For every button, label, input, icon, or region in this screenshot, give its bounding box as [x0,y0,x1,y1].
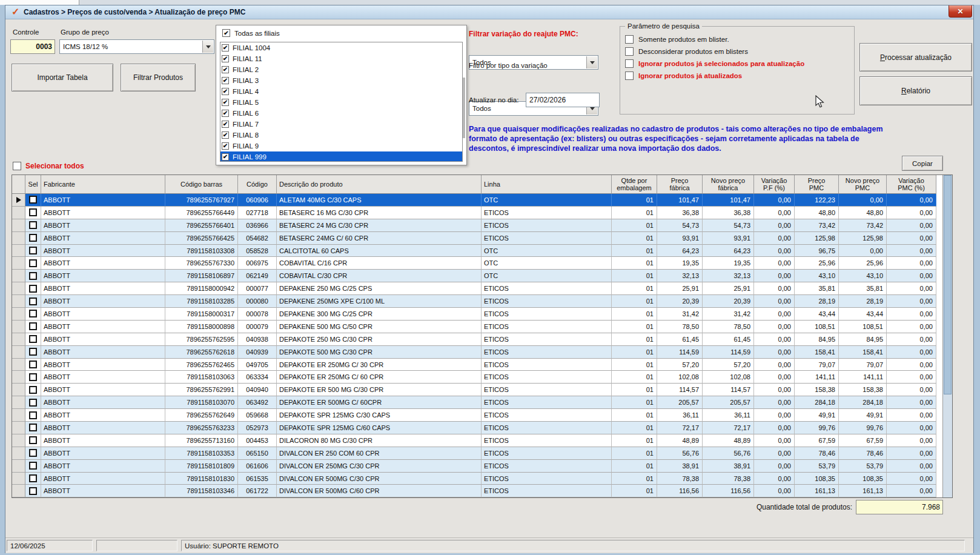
filial-item[interactable]: FILIAL 1004 [220,42,462,53]
row-select-checkbox[interactable] [29,361,37,368]
row-select-checkbox[interactable] [29,411,37,419]
title-bar[interactable]: ✓ Cadastros > Preços de custo/venda > At… [5,5,973,19]
table-row[interactable]: ABBOTT7891158000317000078DEPAKENE 300 MG… [12,308,942,321]
table-row[interactable]: ABBOTT7891158101809061606DIVALCON ER 250… [12,460,942,473]
table-row[interactable]: ABBOTT7896255762618040939DEPAKOTE 500 MG… [12,346,942,359]
row-select-checkbox[interactable] [29,272,37,280]
chevron-down-icon[interactable] [586,56,597,68]
row-select-checkbox[interactable] [29,487,37,495]
row-select-checkbox[interactable] [29,449,37,457]
row-select-cell[interactable] [25,232,41,245]
row-select-checkbox[interactable] [29,208,37,216]
row-select-cell[interactable] [25,422,41,434]
row-select-checkbox[interactable] [29,259,37,267]
grid-vertical-scrollbar[interactable] [942,175,952,497]
row-select-checkbox[interactable] [29,424,37,431]
row-select-checkbox[interactable] [29,310,37,317]
row-select-checkbox[interactable] [29,373,37,381]
filial-item[interactable]: FILIAL 2 [220,64,462,75]
table-row[interactable]: ABBOTT7896255762649059668DEPAKOTE SPR 12… [12,409,942,422]
col-header-novo-preco-pmc[interactable]: Novo preço PMC [839,175,887,194]
row-select-checkbox[interactable] [29,474,37,482]
col-header-linha[interactable]: Linha [482,175,612,194]
table-row[interactable]: ABBOTT7891158106897062149COBAVITAL C/30 … [12,270,942,282]
table-row[interactable]: ABBOTT7896255766401036966BETASERC 24 MG … [12,219,942,232]
row-select-checkbox[interactable] [29,247,37,254]
filiais-scrollbar[interactable] [463,78,465,138]
filial-item[interactable]: FILIAL 3 [220,75,462,86]
row-select-cell[interactable] [25,409,41,422]
filial-checkbox[interactable] [222,131,229,139]
row-select-cell[interactable] [25,346,41,359]
row-select-checkbox[interactable] [29,234,37,242]
table-row[interactable]: ABBOTT7896255767927060906ALETAM 40MG C/3… [12,194,942,207]
parametro-checkbox[interactable] [625,47,634,56]
filial-checkbox[interactable] [222,55,229,62]
row-select-cell[interactable] [25,207,41,219]
filial-item[interactable]: FILIAL 9 [220,141,462,151]
filial-item[interactable]: FILIAL 11 [220,53,462,64]
col-header-sel[interactable]: Sel [25,175,41,194]
grupo-preco-select[interactable]: ICMS 18/12 % [59,39,214,54]
row-select-cell[interactable] [25,333,41,346]
filial-checkbox[interactable] [222,121,229,128]
col-header-variacao-pmc[interactable]: Variação PMC (%) [887,175,936,194]
col-header-fabricante[interactable]: Fabricante [41,175,165,194]
filiais-list[interactable]: FILIAL 1004FILIAL 11FILIAL 2FILIAL 3FILI… [220,42,463,162]
table-row[interactable]: ABBOTT7891158103063063334DEPAKOTE ER 250… [12,371,942,384]
col-header-preco-fabrica[interactable]: Preço fábrica [657,175,703,194]
controle-field[interactable]: 0003 [10,39,55,54]
importar-tabela-button[interactable]: Importar Tabela [12,64,113,91]
row-select-cell[interactable] [25,447,41,460]
row-select-cell[interactable] [25,295,41,308]
table-row[interactable]: ABBOTT7891158103308058528CALCITOTAL 60 C… [12,245,942,258]
table-row[interactable]: ABBOTT7891158103353065150DIVALCON ER 250… [12,447,942,460]
relatorio-button[interactable]: Relatório [859,76,972,105]
grid-scrollbar-thumb[interactable] [944,175,952,394]
col-header-codigo[interactable]: Código [238,175,277,194]
copiar-button[interactable]: Copiar [902,156,943,171]
table-row[interactable]: ABBOTT7891158103285000080DEPAKENE 250MG … [12,295,942,308]
table-row[interactable]: ABBOTT7896255766449027718BETASERC 16 MG … [12,207,942,219]
chevron-down-icon[interactable] [202,41,213,53]
processar-atualizacao-button[interactable]: Processar atualização [859,43,972,71]
row-select-cell[interactable] [25,434,41,447]
todas-filiais-option[interactable]: Todas as filiais [222,29,280,37]
row-select-cell[interactable] [25,384,41,396]
close-button[interactable]: ✕ [949,5,972,18]
row-select-checkbox[interactable] [29,436,37,444]
row-select-checkbox[interactable] [29,348,37,356]
table-row[interactable]: ABBOTT7891158101830061535DIVALCON ER 500… [12,473,942,485]
row-select-cell[interactable] [25,257,41,270]
table-row[interactable]: ABBOTT7896255762465049705DEPAKOTE ER 250… [12,359,942,371]
filial-checkbox[interactable] [222,110,229,117]
table-row[interactable]: ABBOTT7891158103346061722DIVALCON ER 500… [12,485,942,497]
table-row[interactable]: ABBOTT7891158103070063492DEPAKOTE ER 500… [12,396,942,409]
table-row[interactable]: ABBOTT7896255767330006975COBAVITAL C/16 … [12,257,942,270]
filial-item[interactable]: FILIAL 7 [220,119,462,130]
col-header-variacao-pf[interactable]: Variação P.F (%) [754,175,795,194]
filial-checkbox[interactable] [222,66,229,73]
filial-checkbox[interactable] [222,88,229,95]
filial-checkbox[interactable] [222,99,229,106]
row-select-checkbox[interactable] [29,399,37,407]
selecionar-todos-checkbox[interactable] [13,162,21,170]
table-row[interactable]: ABBOTT7896255762595040938DEPAKOTE 250 MG… [12,333,942,346]
table-row[interactable]: ABBOTT7896255713160004453DILACORON 80 MG… [12,434,942,447]
filial-checkbox[interactable] [222,77,229,84]
row-select-checkbox[interactable] [29,221,37,229]
total-produtos-field[interactable]: 7.968 [856,500,943,514]
table-row[interactable]: ABBOTT7896255763233052973DEPAKOTE SPR 12… [12,422,942,434]
filtrar-produtos-button[interactable]: Filtrar Produtos [121,64,196,91]
table-row[interactable]: ABBOTT7896255766425054682BETASERC 24MG C… [12,232,942,245]
row-select-checkbox[interactable] [29,462,37,470]
parametro-checkbox[interactable] [625,71,634,80]
parametro-option[interactable]: Desconsiderar produtos em blisters [625,47,748,56]
filial-item[interactable]: FILIAL 8 [220,130,462,141]
row-select-cell[interactable] [25,308,41,321]
filial-checkbox[interactable] [222,44,229,52]
filial-item[interactable]: FILIAL 6 [220,108,462,119]
col-header-descricao[interactable]: Descrição do produto [277,175,482,194]
row-select-cell[interactable] [25,245,41,258]
row-select-checkbox[interactable] [29,335,37,343]
